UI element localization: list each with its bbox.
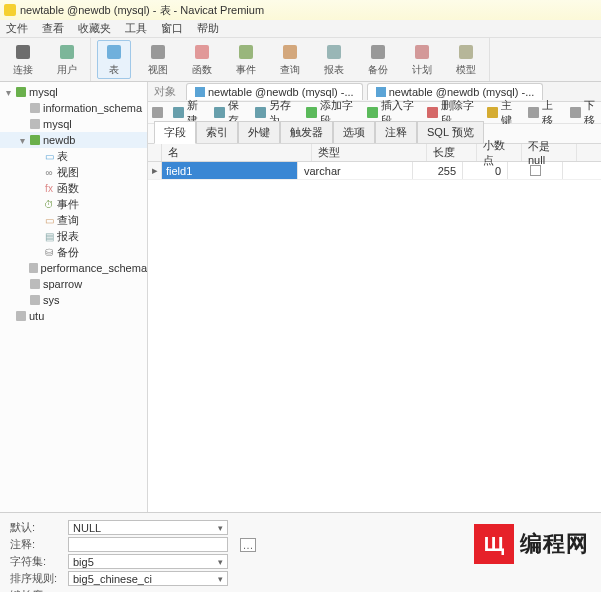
fields-grid[interactable]: 名类型长度小数点不是 null ▸ field1 varchar 255 0 — [148, 144, 601, 512]
collation-select[interactable]: big5_chinese_ci▾ — [68, 571, 228, 586]
up-icon — [528, 107, 539, 118]
function-button[interactable]: 函数 — [185, 40, 219, 79]
svg-rect-17 — [427, 107, 438, 118]
model-button[interactable]: 模型 — [449, 40, 483, 79]
backup-button[interactable]: 备份 — [361, 40, 395, 79]
comment-input[interactable] — [68, 537, 228, 552]
tree-node-事件[interactable]: ⏱事件 — [0, 196, 147, 212]
col-header-小数点[interactable]: 小数点 — [477, 144, 522, 161]
col-header-长度[interactable]: 长度 — [427, 144, 477, 161]
query-button[interactable]: 查询 — [273, 40, 307, 79]
comment-label: 注释: — [10, 537, 60, 552]
subtab-触发器[interactable]: 触发器 — [280, 121, 333, 143]
function-label: 函数 — [192, 63, 212, 77]
menu-收藏夹[interactable]: 收藏夹 — [78, 21, 111, 36]
save-icon — [214, 107, 225, 118]
dtb-pk-button[interactable]: 主键 — [487, 98, 518, 128]
default-input[interactable]: NULL▾ — [68, 520, 228, 535]
tree-label: 报表 — [57, 229, 79, 244]
tree-node-查询[interactable]: ▭查询 — [0, 212, 147, 228]
field-name-cell[interactable]: field1 — [162, 162, 298, 179]
table-icon — [376, 87, 386, 97]
svg-rect-9 — [415, 45, 429, 59]
connect-label: 连接 — [13, 63, 33, 77]
connection-tree[interactable]: ▾mysqlinformation_schemamysql▾newdb▭表∞视图… — [0, 82, 148, 512]
row-marker-icon[interactable]: ▸ — [148, 162, 162, 179]
subtab-SQL 预览[interactable]: SQL 预览 — [417, 121, 484, 143]
svg-rect-3 — [151, 45, 165, 59]
tree-node-performance_schema[interactable]: performance_schema — [0, 260, 147, 276]
menu-工具[interactable]: 工具 — [125, 21, 147, 36]
svg-rect-1 — [60, 45, 74, 59]
subtab-选项[interactable]: 选项 — [333, 121, 375, 143]
tree-node-information_schema[interactable]: information_schema — [0, 100, 147, 116]
notnull-checkbox[interactable] — [530, 165, 541, 176]
view-icon — [148, 42, 168, 62]
svg-rect-4 — [195, 45, 209, 59]
tree-node-utu[interactable]: utu — [0, 308, 147, 324]
user-button[interactable]: 用户 — [50, 40, 84, 79]
view-button[interactable]: 视图 — [141, 40, 175, 79]
tree-node-mysql[interactable]: ▾mysql — [0, 84, 147, 100]
tree-node-newdb[interactable]: ▾newdb — [0, 132, 147, 148]
subtab-索引[interactable]: 索引 — [196, 121, 238, 143]
dtb-down-button[interactable]: 下移 — [570, 98, 601, 128]
table-button[interactable]: 表 — [97, 40, 131, 79]
charset-label: 字符集: — [10, 554, 60, 569]
dropdown-icon[interactable]: ▾ — [218, 523, 223, 533]
dtb-up-button[interactable]: 上移 — [528, 98, 559, 128]
tree-node-报表[interactable]: ▤报表 — [0, 228, 147, 244]
field-type-cell[interactable]: varchar — [298, 162, 413, 179]
subtab-注释[interactable]: 注释 — [375, 121, 417, 143]
dtb-ham-button[interactable] — [152, 107, 163, 118]
svg-rect-20 — [570, 107, 581, 118]
schedule-button[interactable]: 计划 — [405, 40, 439, 79]
menu-帮助[interactable]: 帮助 — [197, 21, 219, 36]
menu-文件[interactable]: 文件 — [6, 21, 28, 36]
dropdown-icon[interactable]: ▾ — [218, 574, 223, 584]
subtab-字段[interactable]: 字段 — [154, 121, 196, 144]
tree-node-sys[interactable]: sys — [0, 292, 147, 308]
col-header-名[interactable]: 名 — [162, 144, 312, 161]
schedule-icon — [412, 42, 432, 62]
event-label: 事件 — [236, 63, 256, 77]
dropdown-icon[interactable]: ▾ — [218, 557, 223, 567]
tree-node-mysql[interactable]: mysql — [0, 116, 147, 132]
main-toolbar: 连接用户表视图函数事件查询报表备份计划模型 — [0, 38, 601, 82]
default-label: 默认: — [10, 520, 60, 535]
view-label: 视图 — [148, 63, 168, 77]
svg-rect-0 — [16, 45, 30, 59]
tree-node-表[interactable]: ▭表 — [0, 148, 147, 164]
model-label: 模型 — [456, 63, 476, 77]
comment-expand-button[interactable]: … — [240, 538, 256, 552]
field-row[interactable]: ▸ field1 varchar 255 0 — [148, 162, 601, 180]
tree-label: performance_schema — [41, 262, 147, 274]
model-icon — [456, 42, 476, 62]
charset-select[interactable]: big5▾ — [68, 554, 228, 569]
watermark: Щ 编程网 — [474, 524, 589, 564]
field-length-cell[interactable]: 255 — [413, 162, 463, 179]
tree-node-备份[interactable]: ⛁备份 — [0, 244, 147, 260]
field-decimal-cell[interactable]: 0 — [463, 162, 508, 179]
tree-label: 备份 — [57, 245, 79, 260]
tree-label: mysql — [43, 118, 72, 130]
twisty-icon[interactable]: ▾ — [4, 87, 13, 98]
subtab-外键[interactable]: 外键 — [238, 121, 280, 143]
col-header-类型[interactable]: 类型 — [312, 144, 427, 161]
field-notnull-cell[interactable] — [508, 162, 563, 179]
tree-node-视图[interactable]: ∞视图 — [0, 164, 147, 180]
svg-rect-5 — [239, 45, 253, 59]
report-button[interactable]: 报表 — [317, 40, 351, 79]
twisty-icon[interactable]: ▾ — [18, 135, 27, 146]
event-button[interactable]: 事件 — [229, 40, 263, 79]
tree-node-函数[interactable]: fx函数 — [0, 180, 147, 196]
svg-rect-19 — [528, 107, 539, 118]
col-header-不是 null[interactable]: 不是 null — [522, 144, 577, 161]
tree-node-sparrow[interactable]: sparrow — [0, 276, 147, 292]
menu-窗口[interactable]: 窗口 — [161, 21, 183, 36]
report-icon — [324, 42, 344, 62]
menu-查看[interactable]: 查看 — [42, 21, 64, 36]
connect-button[interactable]: 连接 — [6, 40, 40, 79]
schedule-label: 计划 — [412, 63, 432, 77]
tab-label: newtable @newdb (mysql) -... — [208, 86, 354, 98]
